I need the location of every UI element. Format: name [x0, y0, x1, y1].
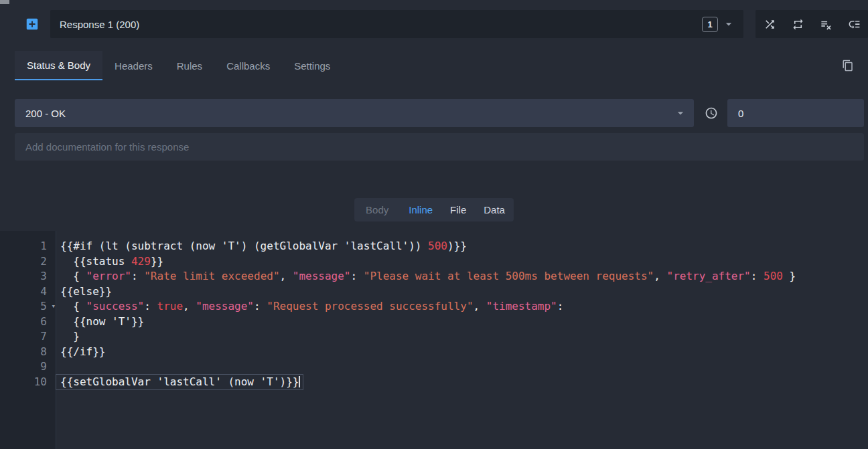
- repeat-icon[interactable]: [792, 18, 804, 31]
- body-type-inline[interactable]: Inline: [400, 198, 441, 221]
- chevron-down-icon: [722, 17, 735, 31]
- shuffle-icon[interactable]: [764, 18, 776, 31]
- body-type-file[interactable]: File: [441, 198, 475, 221]
- body-code-editor[interactable]: 1{{#if (lt (subtract (now 'T') (getGloba…: [0, 231, 868, 449]
- body-type-data[interactable]: Data: [475, 198, 514, 221]
- add-box-icon: [25, 22, 40, 33]
- code-row: 4{{else}}: [0, 284, 868, 300]
- code-row: 9: [0, 359, 868, 375]
- code-row: 7 }: [0, 329, 868, 345]
- code-line[interactable]: {{#if (lt (subtract (now 'T') (getGlobal…: [56, 239, 469, 254]
- text-cursor: [299, 376, 300, 387]
- tab-headers[interactable]: Headers: [102, 51, 165, 80]
- tab-status-body[interactable]: Status & Body: [15, 51, 102, 80]
- code-lines: 1{{#if (lt (subtract (now 'T') (getGloba…: [0, 239, 868, 389]
- line-number[interactable]: 7: [0, 329, 56, 345]
- clock-icon: [705, 106, 718, 120]
- code-row: 2 {{status 429}}: [0, 254, 868, 270]
- chevron-down-icon: [674, 106, 687, 120]
- code-row: 10{{setGlobalVar 'lastCall' (now 'T')}}: [0, 375, 868, 390]
- response-mode-toolbar: [755, 10, 868, 38]
- latency-input[interactable]: 0: [727, 99, 864, 127]
- response-tabs: Status & Body Headers Rules Callbacks Se…: [15, 51, 342, 80]
- line-number[interactable]: 4: [0, 284, 56, 300]
- code-line[interactable]: {{now 'T'}}: [56, 315, 147, 330]
- line-number[interactable]: 8: [0, 345, 56, 360]
- low-priority-icon[interactable]: [848, 18, 861, 31]
- code-line[interactable]: }: [56, 329, 82, 345]
- documentation-placeholder: Add documentation for this response: [25, 141, 189, 153]
- code-row: 1{{#if (lt (subtract (now 'T') (getGloba…: [0, 239, 868, 254]
- latency-value: 0: [738, 108, 743, 119]
- response-header-bar[interactable]: Response 1 (200) 1: [50, 10, 743, 38]
- copy-icon[interactable]: [842, 60, 854, 72]
- code-line[interactable]: { "success": true, "message": "Request p…: [56, 299, 566, 315]
- line-number[interactable]: 2: [0, 254, 56, 270]
- tab-rules[interactable]: Rules: [165, 51, 214, 80]
- code-line[interactable]: {{else}}: [56, 284, 115, 300]
- line-number[interactable]: 10: [0, 375, 56, 390]
- playlist-remove-icon[interactable]: [820, 18, 833, 31]
- code-row: 6 {{now 'T'}}: [0, 315, 868, 330]
- fold-arrow-icon[interactable]: ▾: [51, 299, 56, 315]
- line-number[interactable]: 3: [0, 269, 56, 284]
- status-code-select[interactable]: 200 - OK: [15, 99, 694, 127]
- documentation-input[interactable]: Add documentation for this response: [15, 133, 864, 161]
- line-number[interactable]: 9: [0, 359, 56, 375]
- add-response-button[interactable]: [25, 17, 40, 31]
- code-line[interactable]: {{setGlobalVar 'lastCall' (now 'T')}}: [56, 375, 303, 390]
- code-row: 8{{/if}}: [0, 345, 868, 360]
- tab-callbacks[interactable]: Callbacks: [214, 51, 282, 80]
- response-editor-panel: Response 1 (200) 1 Status & Body Headers…: [0, 0, 868, 449]
- line-number[interactable]: 5▾: [0, 299, 56, 315]
- body-type-toggle: Body Inline File Data: [354, 198, 514, 221]
- code-row: 3 { "error": "Rate limit exceeded", "mes…: [0, 269, 868, 284]
- responses-dropdown[interactable]: 1: [702, 17, 735, 32]
- status-code-value: 200 - OK: [25, 108, 66, 119]
- body-toggle-label: Body: [354, 198, 400, 221]
- scrollbar-fragment[interactable]: [0, 0, 9, 4]
- line-number[interactable]: 1: [0, 239, 56, 254]
- code-line[interactable]: { "error": "Rate limit exceeded", "messa…: [56, 269, 798, 284]
- tab-settings[interactable]: Settings: [282, 51, 342, 80]
- code-line[interactable]: {{status 429}}: [56, 254, 166, 270]
- code-line[interactable]: {{/if}}: [56, 345, 108, 360]
- code-line[interactable]: [56, 359, 63, 375]
- code-row: 5▾ { "success": true, "message": "Reques…: [0, 299, 868, 315]
- response-title: Response 1 (200): [60, 19, 702, 30]
- line-number[interactable]: 6: [0, 315, 56, 330]
- response-count-badge: 1: [702, 17, 718, 32]
